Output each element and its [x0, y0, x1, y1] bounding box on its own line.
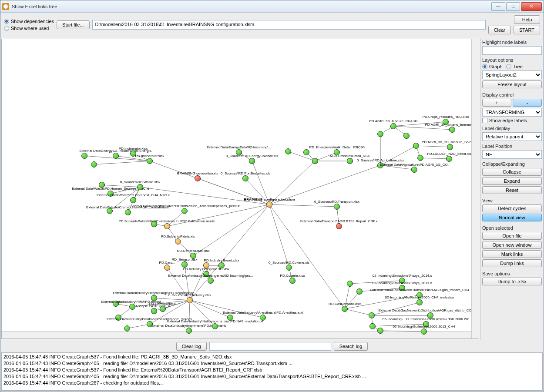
graph-node[interactable] — [423, 321, 429, 327]
log-output[interactable]: 2016-04-05 15:47:43 INFO CreateGraph:537… — [1, 352, 543, 391]
start-button[interactable]: START — [514, 26, 540, 34]
log-search-input[interactable] — [209, 342, 331, 351]
graph-node[interactable] — [403, 133, 410, 139]
graph-node[interactable] — [416, 299, 423, 305]
graph-node[interactable] — [249, 158, 255, 164]
graph-node[interactable] — [286, 265, 292, 271]
graph-node[interactable] — [113, 301, 119, 307]
graph-node[interactable] — [130, 197, 136, 203]
graph-node[interactable] — [164, 265, 170, 271]
graph-node[interactable] — [107, 208, 113, 214]
graph-node[interactable] — [447, 144, 453, 150]
graph-node[interactable] — [151, 221, 157, 227]
close-button[interactable]: ✕ — [521, 2, 542, 11]
graph-node[interactable] — [242, 175, 248, 181]
label-display-select[interactable]: Relative to parent — [482, 132, 542, 141]
graph-node[interactable] — [218, 262, 225, 268]
titlebar[interactable]: Show Excel links tree — ▭ ✕ — [0, 0, 544, 13]
normal-view-button[interactable]: Normal view — [482, 214, 542, 221]
clear-log-button[interactable]: Clear log — [176, 342, 207, 351]
transform-mode-select[interactable]: TRANSFORMING — [482, 108, 542, 117]
mark-links-button[interactable]: Mark links — [482, 250, 542, 258]
graph-node[interactable] — [285, 148, 291, 154]
graph-node[interactable] — [208, 278, 214, 284]
open-file-button[interactable]: Open file — [482, 232, 542, 240]
graph-node[interactable] — [377, 131, 383, 137]
graph-node[interactable] — [151, 308, 157, 314]
graph-node[interactable] — [175, 238, 181, 245]
graph-node[interactable] — [164, 223, 170, 229]
graph-node[interactable] — [203, 271, 209, 277]
zoom-in-button[interactable]: + — [482, 99, 511, 107]
maximize-button[interactable]: ▭ — [506, 2, 520, 11]
graph-node[interactable] — [195, 175, 201, 181]
layout-algo-select[interactable]: SpringLayout2 — [482, 70, 542, 79]
graph-node[interactable] — [416, 292, 423, 298]
radio-show-dependencies[interactable]: Show dependencies — [4, 19, 54, 24]
graph-node[interactable] — [369, 323, 376, 329]
graph-node[interactable] — [289, 278, 296, 284]
graph-node[interactable] — [186, 328, 192, 334]
graph-node[interactable] — [81, 153, 87, 159]
graph-node[interactable] — [181, 208, 188, 214]
graph-node[interactable] — [115, 315, 121, 321]
graph-node[interactable] — [336, 223, 342, 229]
graph-node[interactable] — [342, 306, 348, 312]
graph-node[interactable] — [151, 295, 157, 301]
highlight-input[interactable] — [482, 46, 542, 55]
graph-node[interactable] — [377, 162, 383, 168]
graph-node[interactable] — [334, 204, 340, 210]
reset-button[interactable]: Reset — [482, 186, 542, 194]
graph-node[interactable] — [399, 278, 405, 284]
graph-node[interactable] — [125, 209, 131, 215]
graph-node[interactable] — [129, 304, 135, 310]
graph-node[interactable] — [399, 285, 405, 291]
start-file-button[interactable]: Start file... — [57, 20, 90, 29]
graph-node[interactable] — [377, 328, 383, 334]
graph-node[interactable] — [203, 262, 209, 268]
radio-show-where-used[interactable]: Show where used — [4, 26, 54, 31]
layout-tree-radio[interactable]: Tree — [506, 64, 523, 69]
minimize-button[interactable]: — — [491, 2, 505, 11]
clear-button[interactable]: Clear — [488, 26, 511, 34]
layout-graph-radio[interactable]: Graph — [482, 64, 503, 69]
graph-node[interactable] — [347, 158, 353, 164]
file-path-field[interactable]: D:\modellen\2016-03-31\2016\01-Inventair… — [92, 20, 486, 30]
graph-node[interactable] — [187, 297, 193, 303]
search-log-button[interactable]: Search log — [334, 342, 368, 351]
collapse-button[interactable]: Collapse — [482, 168, 542, 176]
expand-button[interactable]: Expand — [482, 177, 542, 185]
graph-node[interactable] — [181, 261, 188, 268]
zoom-out-button[interactable]: - — [513, 99, 542, 107]
graph-node[interactable] — [227, 315, 233, 321]
graph-node[interactable] — [411, 167, 417, 173]
help-button[interactable]: Help — [514, 15, 540, 24]
graph-node[interactable] — [369, 312, 375, 318]
graph-node[interactable] — [356, 288, 363, 295]
freeze-layout-button[interactable]: Freeze layout — [482, 80, 542, 88]
graph-node[interactable] — [113, 153, 119, 159]
dump-links-button[interactable]: Dump links — [482, 259, 542, 267]
graph-node[interactable] — [147, 158, 153, 164]
graph-node[interactable] — [260, 315, 266, 321]
detect-cycles-button[interactable]: Detect cycles — [482, 204, 542, 212]
graph-node[interactable] — [347, 281, 353, 287]
graph-node[interactable] — [91, 161, 97, 168]
graph-node[interactable] — [107, 191, 114, 197]
graph-node[interactable] — [147, 321, 153, 327]
show-edge-labels-check[interactable]: Show edge labels — [482, 118, 542, 123]
graph-node[interactable] — [137, 184, 143, 190]
graph-node[interactable] — [443, 119, 449, 125]
dump-xlsx-button[interactable]: Dump to .xlsx — [482, 278, 542, 285]
graph-node[interactable] — [446, 156, 452, 162]
graph-node[interactable] — [212, 323, 218, 329]
label-position-select[interactable]: NE — [482, 150, 542, 159]
graph-node[interactable] — [449, 127, 455, 133]
graph-node[interactable] — [417, 155, 423, 161]
graph-node[interactable] — [130, 151, 136, 157]
graph-node[interactable] — [99, 182, 105, 188]
graph-node[interactable] — [312, 158, 318, 164]
graph-node[interactable] — [124, 325, 130, 332]
graph-node[interactable] — [334, 149, 340, 155]
graph-node[interactable] — [236, 149, 242, 155]
